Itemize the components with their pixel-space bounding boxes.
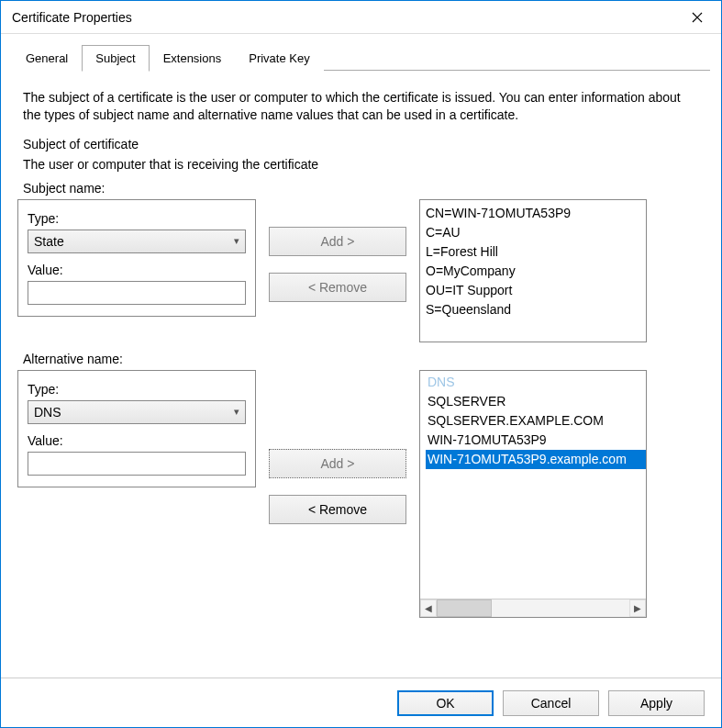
list-item[interactable]: S=Queensland [426, 300, 640, 319]
window-title: Certificate Properties [12, 10, 679, 25]
ok-button[interactable]: OK [397, 690, 494, 716]
tab-extensions[interactable]: Extensions [150, 45, 236, 72]
subject-value-input[interactable] [28, 281, 246, 305]
subject-name-buttons: Add > < Remove [269, 199, 406, 302]
titlebar: Certificate Properties [1, 1, 721, 34]
chevron-down-icon: ▾ [234, 235, 239, 247]
subject-add-button[interactable]: Add > [269, 227, 406, 256]
subject-remove-button[interactable]: < Remove [269, 273, 406, 302]
subject-name-label: Subject name: [23, 181, 705, 196]
list-item[interactable]: SQLSERVER [426, 392, 646, 411]
chevron-down-icon: ▾ [234, 406, 239, 418]
tab-content-subject: The subject of a certificate is the user… [1, 71, 721, 678]
alt-type-label: Type: [28, 382, 246, 397]
subject-heading: Subject of certificate [23, 137, 699, 151]
tab-general[interactable]: General [12, 45, 82, 72]
tab-private-key[interactable]: Private Key [235, 45, 323, 72]
list-item[interactable]: WIN-71OMUTA53P9.example.com [426, 450, 646, 469]
tab-underline [324, 45, 710, 71]
subject-name-listbox[interactable]: CN=WIN-71OMUTA53P9 C=AU L=Forest Hill O=… [419, 199, 647, 342]
alt-value-input[interactable] [28, 452, 246, 476]
alt-remove-button[interactable]: < Remove [269, 495, 406, 524]
subject-type-combo[interactable]: State ▾ [28, 230, 246, 253]
alt-value-label: Value: [28, 433, 246, 448]
alt-type-combo[interactable]: DNS ▾ [28, 400, 246, 424]
subject-name-row: Type: State ▾ Value: Add > < Remove CN=W… [17, 199, 705, 342]
list-item[interactable]: CN=WIN-71OMUTA53P9 [426, 204, 640, 223]
scroll-track[interactable] [437, 599, 629, 617]
alt-name-buttons: Add > < Remove [269, 370, 406, 524]
alt-name-listbox[interactable]: DNS SQLSERVER SQLSERVER.EXAMPLE.COM WIN-… [419, 370, 647, 618]
close-icon [692, 12, 703, 23]
dialog-footer: OK Cancel Apply [1, 678, 721, 727]
alt-name-box: Type: DNS ▾ Value: [17, 370, 256, 487]
list-item[interactable]: L=Forest Hill [426, 242, 640, 262]
close-button[interactable] [679, 4, 716, 31]
scroll-thumb[interactable] [437, 599, 492, 617]
dialog-window: Certificate Properties General Subject E… [0, 0, 722, 728]
apply-button[interactable]: Apply [608, 690, 705, 716]
subject-subheading: The user or computer that is receiving t… [23, 157, 699, 172]
scroll-right-arrow-icon[interactable]: ▶ [629, 599, 646, 617]
list-item[interactable]: O=MyCompany [426, 262, 640, 281]
cancel-button[interactable]: Cancel [503, 690, 599, 716]
scroll-left-arrow-icon[interactable]: ◀ [420, 599, 437, 617]
subject-value-label: Value: [28, 263, 246, 277]
alt-type-value: DNS [34, 405, 61, 420]
subject-type-label: Type: [28, 211, 246, 226]
tab-strip: General Subject Extensions Private Key [1, 34, 721, 71]
alt-add-button[interactable]: Add > [269, 449, 406, 478]
alt-list-inner: DNS SQLSERVER SQLSERVER.EXAMPLE.COM WIN-… [420, 371, 646, 599]
list-item[interactable]: OU=IT Support [426, 281, 640, 300]
subject-type-value: State [34, 234, 64, 249]
subject-name-box: Type: State ▾ Value: [17, 199, 256, 317]
alt-name-label: Alternative name: [23, 352, 705, 366]
list-item[interactable]: SQLSERVER.EXAMPLE.COM [426, 411, 646, 431]
list-item[interactable]: WIN-71OMUTA53P9 [426, 431, 646, 450]
list-item[interactable]: DNS [426, 373, 646, 392]
subject-description: The subject of a certificate is the user… [23, 89, 699, 124]
horizontal-scrollbar[interactable]: ◀ ▶ [420, 599, 646, 617]
tab-subject[interactable]: Subject [82, 45, 149, 72]
alt-name-row: Type: DNS ▾ Value: Add > < Remove DNS SQ… [17, 370, 705, 618]
list-item[interactable]: C=AU [426, 223, 640, 242]
